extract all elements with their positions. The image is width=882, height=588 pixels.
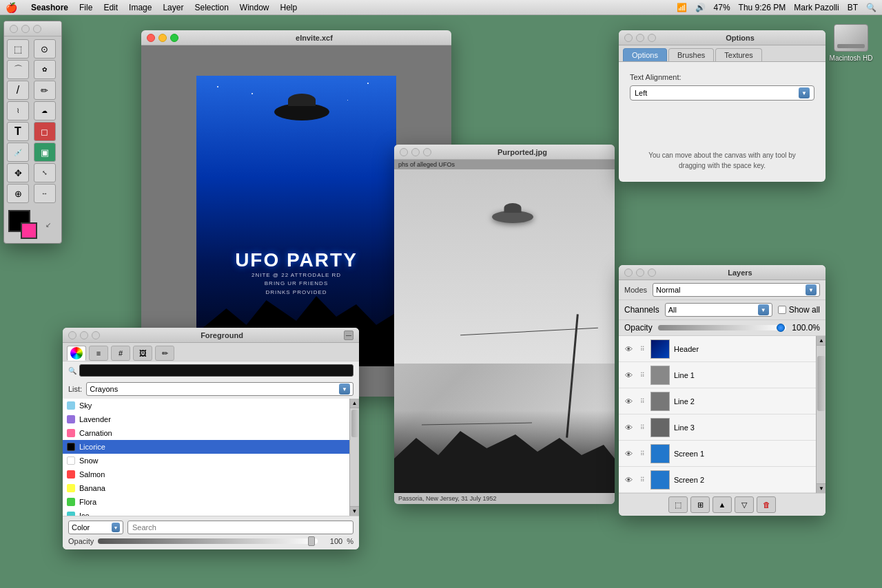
close-button[interactable] [147, 34, 155, 42]
tab-color-wheel[interactable] [67, 346, 86, 361]
tab-color-image[interactable]: 🖼 [133, 346, 152, 361]
opacity-thumb[interactable] [777, 324, 785, 332]
layer-item-line3[interactable]: 👁 ⠿ Line 3 [619, 414, 816, 441]
minimize-button[interactable] [636, 269, 644, 277]
layer-eye-header[interactable]: 👁 [623, 344, 634, 355]
color-search-bottom[interactable] [127, 521, 353, 534]
tab-color-custom[interactable]: # [111, 346, 130, 361]
color-item-carnation[interactable]: Carnation [63, 426, 349, 440]
show-all-checkbox[interactable] [778, 306, 786, 314]
text-alignment-select[interactable]: Left ▼ [630, 85, 814, 101]
ellipse-select-tool[interactable]: ⊙ [34, 39, 56, 59]
soften-tool[interactable]: ☁ [34, 101, 56, 120]
text-tool[interactable]: T [7, 122, 29, 141]
list-dropdown-arrow[interactable]: ▼ [339, 384, 350, 395]
move-layer-up-button[interactable]: ▲ [712, 496, 732, 513]
minimize-button[interactable] [158, 34, 167, 42]
minimize-button[interactable] [21, 25, 30, 33]
menu-selection[interactable]: Selection [194, 3, 228, 12]
scroll-down[interactable]: ▼ [350, 506, 359, 516]
color-type-select[interactable]: Color ▼ [68, 521, 123, 534]
color-list-scrollbar[interactable]: ▲ ▼ [349, 399, 359, 516]
channels-dropdown-arrow[interactable]: ▼ [758, 304, 769, 315]
brush-tool[interactable]: ✏ [34, 81, 56, 100]
layer-item-header[interactable]: 👁 ⠿ Header [619, 336, 816, 362]
new-layer-button[interactable]: ⬚ [668, 496, 688, 513]
minimize-button[interactable] [411, 148, 420, 156]
eyedropper-tool[interactable]: 💉 [7, 143, 29, 162]
main-traffic-lights[interactable] [147, 34, 178, 42]
channels-select[interactable]: All ▼ [665, 303, 772, 317]
layer-item-line2[interactable]: 👁 ⠿ Line 2 [619, 388, 816, 414]
fill-tool[interactable]: ▣ [34, 143, 56, 162]
maximize-button[interactable] [648, 269, 656, 277]
menu-window[interactable]: Window [240, 3, 269, 12]
layer-eye-line3[interactable]: 👁 [623, 422, 634, 433]
layer-eye-screen1[interactable]: 👁 [623, 448, 634, 459]
zoom-tool[interactable]: ⊕ [7, 184, 29, 203]
close-button[interactable] [68, 331, 76, 339]
move-tool[interactable]: ✥ [7, 163, 29, 182]
maximize-button[interactable] [92, 331, 100, 339]
transform-tool[interactable]: ⤡ [34, 163, 56, 182]
layers-scrollbar[interactable]: ▲ ▼ [816, 336, 825, 493]
volume-icon[interactable]: 🔊 [695, 3, 706, 12]
options-traffic-lights[interactable] [624, 34, 656, 42]
purported-image[interactable] [394, 169, 615, 493]
traffic-lights[interactable] [10, 25, 41, 33]
maximize-button[interactable] [423, 148, 431, 156]
close-button[interactable] [400, 148, 408, 156]
hard-drive-icon[interactable]: Macintosh HD [827, 24, 875, 62]
opacity-slider[interactable] [98, 538, 318, 544]
menu-help[interactable]: Help [280, 3, 298, 12]
maximize-button[interactable] [648, 34, 656, 42]
tab-textures[interactable]: Textures [715, 48, 762, 61]
tab-options[interactable]: Options [623, 48, 667, 61]
alignment-dropdown-arrow[interactable]: ▼ [799, 87, 810, 98]
maximize-button[interactable] [33, 25, 41, 33]
scrollbar-thumb[interactable] [351, 410, 358, 437]
free-select-tool[interactable]: ✿ [34, 60, 56, 79]
bluetooth-icon[interactable]: BT [848, 3, 858, 12]
opacity-slider[interactable] [658, 325, 787, 330]
lasso-tool[interactable]: ⌒ [7, 60, 29, 79]
delete-layer-button[interactable]: 🗑 [757, 496, 776, 513]
foreground-collapse-button[interactable]: — [344, 330, 353, 340]
measure-tool[interactable]: ↔ [34, 184, 56, 203]
mode-select[interactable]: Normal ▼ [653, 283, 820, 297]
close-button[interactable] [624, 34, 633, 42]
tab-brushes[interactable]: Brushes [668, 48, 714, 61]
scroll-up[interactable]: ▲ [350, 399, 359, 408]
tab-color-sliders[interactable]: ≡ [89, 346, 108, 361]
rect-select-tool[interactable]: ⬚ [7, 39, 29, 59]
spotlight-icon[interactable]: 🔍 [866, 3, 876, 12]
maximize-button[interactable] [170, 34, 178, 42]
color-type-arrow[interactable]: ▼ [112, 523, 120, 532]
color-search-input[interactable] [79, 364, 353, 377]
layer-item-screen1[interactable]: 👁 ⠿ Screen 1 [619, 441, 816, 467]
pencil-tool[interactable]: / [7, 81, 29, 100]
swap-colors-icon[interactable]: ↙ [45, 221, 51, 229]
color-item-flora[interactable]: Flora [63, 495, 349, 509]
close-button[interactable] [10, 25, 18, 33]
layers-traffic-lights[interactable] [624, 269, 656, 277]
color-item-ice[interactable]: Ice [63, 509, 349, 516]
color-item-sky[interactable]: Sky [63, 399, 349, 412]
app-name[interactable]: Seashore [31, 3, 68, 12]
eraser-tool[interactable]: ◻ [34, 122, 56, 141]
list-select[interactable]: Crayons ▼ [86, 382, 353, 396]
color-item-lavender[interactable]: Lavender [63, 412, 349, 426]
layer-eye-line1[interactable]: 👁 [623, 370, 634, 381]
show-all-area[interactable]: Show all [778, 305, 820, 315]
color-item-snow[interactable]: Snow [63, 454, 349, 468]
mode-dropdown-arrow[interactable]: ▼ [806, 284, 817, 295]
minimize-button[interactable] [80, 331, 88, 339]
menu-layer[interactable]: Layer [163, 3, 183, 12]
menu-file[interactable]: File [79, 3, 92, 12]
move-layer-down-button[interactable]: ▽ [735, 496, 754, 513]
tab-color-crayons[interactable]: ✏ [155, 346, 174, 361]
smudge-tool[interactable]: ⌇ [7, 101, 29, 120]
color-item-licorice[interactable]: Licorice [63, 440, 349, 454]
menu-image[interactable]: Image [129, 3, 152, 12]
minimize-button[interactable] [636, 34, 644, 42]
